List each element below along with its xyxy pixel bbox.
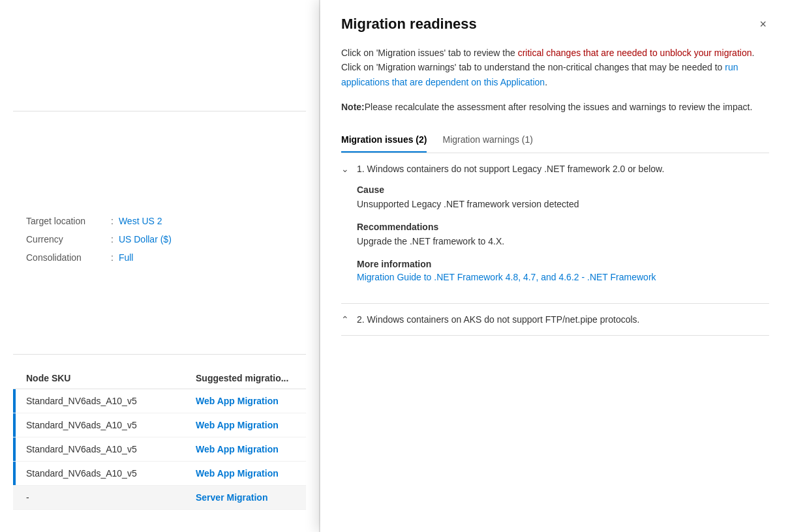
recommendations-text: Upgrade the .NET framework to 4.X. [357, 235, 769, 248]
intro-part3: . [545, 77, 547, 87]
close-button[interactable]: × [757, 16, 769, 33]
target-location-value: West US 2 [119, 216, 162, 226]
collapse-icon-1: ⌄ [341, 164, 352, 174]
cause-text: Unsupported Legacy .NET framework versio… [357, 198, 769, 211]
note-content: Please recalculate the assessment after … [365, 102, 753, 112]
intro-text: Click on 'Migration issues' tab to revie… [341, 46, 769, 89]
issue-header-2[interactable]: ⌃ 2. Windows containers on AKS do not su… [341, 304, 769, 335]
table-header: Node SKU Suggested migratio... [13, 368, 306, 389]
issue-body-1: Cause Unsupported Legacy .NET framework … [341, 185, 769, 303]
table-row-1: Standard_NV6ads_A10_v5 Web App Migration [13, 389, 306, 413]
issue-item-1: ⌄ 1. Windows containers do not support L… [341, 153, 769, 304]
separator-2: : [111, 234, 114, 244]
row-migration-3: Web App Migration [196, 444, 293, 454]
cause-label: Cause [357, 185, 769, 195]
more-info-section: More information Migration Guide to .NET… [357, 259, 769, 282]
intro-part1: Click on 'Migration issues' tab to revie… [341, 48, 518, 58]
recommendations-label: Recommendations [357, 222, 769, 232]
row-migration-1: Web App Migration [196, 396, 293, 406]
issue-item-2: ⌃ 2. Windows containers on AKS do not su… [341, 304, 769, 336]
row-migration-2: Web App Migration [196, 420, 293, 430]
currency-label: Currency [26, 234, 111, 244]
table-row-4: Standard_NV6ads_A10_v5 Web App Migration [13, 462, 306, 486]
tab-migration-issues[interactable]: Migration issues (2) [341, 128, 427, 153]
recommendations-section: Recommendations Upgrade the .NET framewo… [357, 222, 769, 248]
consolidation-row: Consolidation : Full [26, 252, 293, 263]
note-bold: Note: [341, 102, 365, 112]
row-migration-4: Web App Migration [196, 468, 293, 479]
consolidation-label: Consolidation [26, 252, 111, 263]
issue-header-1[interactable]: ⌄ 1. Windows containers do not support L… [341, 153, 769, 185]
row-sku-3: Standard_NV6ads_A10_v5 [26, 444, 196, 454]
issue-title-2: 2. Windows containers on AKS do not supp… [357, 314, 639, 325]
col-header-sku: Node SKU [26, 373, 196, 383]
table-row-3: Standard_NV6ads_A10_v5 Web App Migration [13, 437, 306, 462]
issues-list: ⌄ 1. Windows containers do not support L… [341, 153, 769, 336]
row-sku-1: Standard_NV6ads_A10_v5 [26, 396, 196, 406]
info-section: Target location : West US 2 Currency : U… [13, 216, 306, 263]
row-sku-5: - [26, 492, 196, 503]
intro-link-red: critical changes that are needed to unbl… [518, 48, 752, 58]
row-sku-4: Standard_NV6ads_A10_v5 [26, 468, 196, 479]
currency-row: Currency : US Dollar ($) [26, 234, 293, 244]
left-panel: Target location : West US 2 Currency : U… [0, 0, 320, 532]
row-migration-5: Server Migration [196, 492, 293, 503]
table-body: Standard_NV6ads_A10_v5 Web App Migration… [13, 389, 306, 510]
tabs-container: Migration issues (2) Migration warnings … [341, 128, 769, 153]
target-location-label: Target location [26, 216, 111, 226]
expand-icon-2: ⌃ [341, 314, 352, 325]
row-sku-2: Standard_NV6ads_A10_v5 [26, 420, 196, 430]
right-panel: Migration readiness × Click on 'Migratio… [320, 0, 790, 532]
separator-3: : [111, 252, 114, 263]
currency-value: US Dollar ($) [119, 234, 172, 244]
target-location-row: Target location : West US 2 [26, 216, 293, 226]
note-text: Note:Please recalculate the assessment a… [341, 100, 769, 114]
consolidation-value: Full [119, 252, 134, 263]
more-info-link[interactable]: Migration Guide to .NET Framework 4.8, 4… [357, 272, 656, 282]
table-row-2: Standard_NV6ads_A10_v5 Web App Migration [13, 413, 306, 437]
separator-1: : [111, 216, 114, 226]
more-info-label: More information [357, 259, 769, 269]
tab-migration-warnings[interactable]: Migration warnings (1) [442, 128, 533, 153]
cause-section: Cause Unsupported Legacy .NET framework … [357, 185, 769, 211]
panel-title: Migration readiness [341, 16, 477, 33]
table-row-5: - Server Migration [13, 486, 306, 510]
issue-title-1: 1. Windows containers do not support Leg… [357, 164, 664, 174]
col-header-migration: Suggested migratio... [196, 373, 293, 383]
panel-header: Migration readiness × [341, 16, 769, 33]
